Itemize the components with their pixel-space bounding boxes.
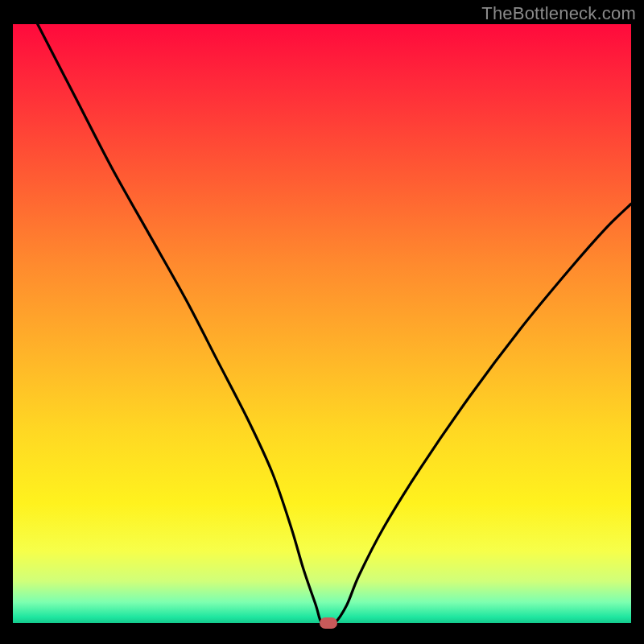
bottleneck-plot <box>13 24 631 623</box>
chart-frame: TheBottleneck.com <box>0 0 644 644</box>
plot-area <box>13 24 631 623</box>
optimum-marker <box>320 617 337 629</box>
gradient-background <box>13 24 631 623</box>
watermark-text: TheBottleneck.com <box>481 3 636 24</box>
